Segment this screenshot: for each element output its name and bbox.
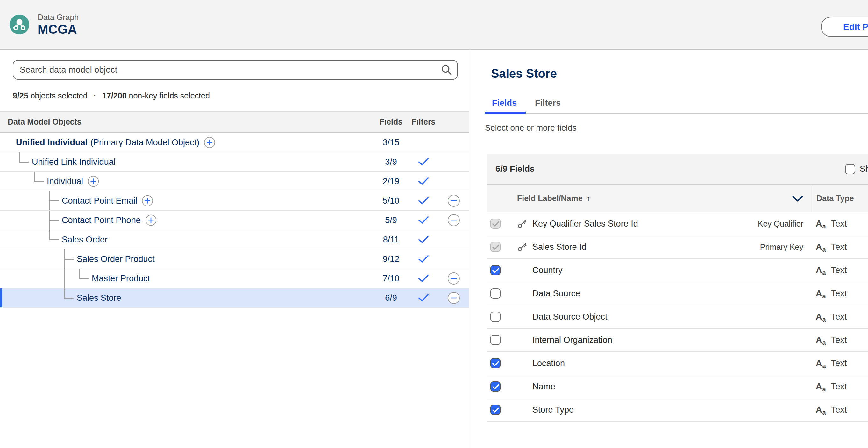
field-label: Data Source — [532, 282, 580, 305]
remove-object-button[interactable] — [447, 214, 460, 227]
column-header-filters: Filters — [409, 112, 438, 132]
text-type-icon: Aa — [816, 305, 826, 329]
add-related-object-button[interactable] — [204, 137, 215, 148]
field-checkbox[interactable] — [490, 311, 500, 322]
tab-filters[interactable]: Filters — [535, 98, 561, 108]
field-row: Data Source Aa Text — [487, 282, 868, 305]
filter-check-icon — [411, 274, 436, 283]
object-label: Master Product — [92, 274, 150, 283]
data-model-object-row[interactable]: Contact Point Email 5/10 — [0, 191, 469, 211]
fields-card: 6/9 Fields Sh Field Label/Name↑ Data Typ… — [487, 154, 868, 422]
object-label: Contact Point Email — [62, 196, 137, 206]
filter-check-icon — [411, 157, 436, 167]
field-checkbox[interactable] — [490, 381, 500, 392]
object-label: Sales Order Product — [77, 254, 155, 264]
detail-panel-title: Sales Store — [491, 67, 557, 81]
edit-properties-button[interactable]: Edit Prope — [821, 17, 868, 37]
field-label: Name — [532, 375, 555, 398]
field-checkbox[interactable] — [490, 335, 500, 345]
data-type-value: Text — [831, 259, 847, 282]
objects-selected-count: 9/25 — [13, 91, 28, 100]
show-selected-checkbox[interactable] — [845, 164, 855, 174]
column-header-data-type: Data Type — [816, 185, 854, 212]
field-label: Location — [532, 352, 565, 375]
text-type-icon: Aa — [816, 212, 826, 236]
filter-check-icon — [411, 177, 436, 186]
field-label: Key Qualifier Sales Store Id — [532, 212, 638, 235]
field-checkbox[interactable] — [490, 242, 500, 252]
field-row: Key Qualifier Sales Store Id Key Qualifi… — [487, 212, 868, 236]
object-detail-panel: Sales Store Fields Filters Select one or… — [469, 50, 868, 448]
fields-selected-count: 17/200 — [102, 91, 126, 100]
data-model-object-row[interactable]: Sales Store 6/9 — [0, 288, 469, 308]
fields-count: 7/10 — [370, 269, 412, 288]
field-checkbox[interactable] — [490, 358, 500, 368]
add-related-object-button[interactable] — [145, 214, 157, 226]
text-type-icon: Aa — [816, 375, 826, 399]
field-row: Internal Organization Aa Text — [487, 329, 868, 352]
data-graph-network-icon — [9, 14, 29, 34]
text-type-icon: Aa — [816, 259, 826, 283]
field-checkbox[interactable] — [490, 405, 500, 415]
data-type-value: Text — [831, 236, 847, 259]
object-label: Unified Link Individual — [32, 157, 116, 167]
data-model-object-row[interactable]: Sales Order 8/11 — [0, 230, 469, 249]
text-type-icon: Aa — [816, 329, 826, 353]
data-model-object-row[interactable]: Individual 2/19 — [0, 172, 469, 191]
filter-check-icon — [411, 255, 436, 264]
field-checkbox[interactable] — [490, 288, 500, 299]
column-menu-chevron-down-icon[interactable] — [792, 195, 803, 202]
field-label: Internal Organization — [532, 329, 612, 352]
field-row: Store Type Aa Text — [487, 398, 868, 422]
remove-object-button[interactable] — [447, 292, 460, 304]
field-checkbox[interactable] — [490, 218, 500, 229]
text-type-icon: Aa — [816, 398, 826, 422]
data-type-value: Text — [831, 398, 847, 421]
active-tab-underline — [485, 112, 526, 114]
fields-count: 5/10 — [370, 191, 412, 211]
field-rows: Key Qualifier Sales Store Id Key Qualifi… — [487, 212, 868, 422]
field-row: Location Aa Text — [487, 352, 868, 375]
data-type-value: Text — [831, 329, 847, 352]
page-title: MCGA — [38, 22, 77, 37]
add-related-object-button[interactable] — [88, 176, 99, 187]
app-type-label: Data Graph — [38, 13, 79, 22]
text-type-icon: Aa — [816, 282, 826, 306]
app-header: Data Graph MCGA Edit Prope — [0, 0, 868, 50]
fields-count: 2/19 — [370, 172, 412, 191]
search-input[interactable] — [13, 60, 458, 80]
tab-bar-border — [485, 113, 868, 114]
data-model-objects-panel: 9/25 objects selected · 17/200 non-key f… — [0, 50, 469, 448]
remove-object-button[interactable] — [447, 272, 460, 285]
field-checkbox[interactable] — [490, 265, 500, 275]
data-type-value: Text — [831, 305, 847, 328]
key-type-badge: Key Qualifier — [693, 212, 803, 235]
search-icon — [440, 63, 453, 78]
data-model-object-row[interactable]: Master Product 7/10 — [0, 269, 469, 288]
field-label: Store Type — [532, 398, 574, 421]
data-model-object-row[interactable]: Sales Order Product 9/12 — [0, 249, 469, 269]
fields-selected-text: non-key fields selected — [129, 91, 210, 100]
data-model-object-row[interactable]: Contact Point Phone 5/9 — [0, 211, 469, 230]
fields-card-header: 6/9 Fields Sh — [487, 154, 868, 185]
fields-count: 8/11 — [370, 230, 412, 249]
data-type-value: Text — [831, 282, 847, 305]
objects-selected-text: objects selected — [31, 91, 88, 100]
filter-check-icon — [411, 235, 436, 245]
fields-count: 6/9 — [370, 288, 412, 308]
fields-count: 3/9 — [370, 152, 412, 172]
column-header-field-label-name[interactable]: Field Label/Name↑ — [517, 185, 590, 212]
filter-check-icon — [411, 196, 436, 206]
remove-object-button[interactable] — [447, 195, 460, 207]
data-model-object-row[interactable]: Unified Individual (Primary Data Model O… — [0, 133, 469, 152]
text-type-icon: Aa — [816, 352, 826, 376]
data-model-object-row[interactable]: Unified Link Individual 3/9 — [0, 152, 469, 172]
data-model-rows: Unified Individual (Primary Data Model O… — [0, 133, 469, 308]
filter-check-icon — [411, 216, 436, 225]
object-label-suffix: (Primary Data Model Object) — [90, 138, 199, 148]
tab-fields[interactable]: Fields — [492, 98, 517, 108]
fields-count: 9/12 — [370, 249, 412, 269]
add-related-object-button[interactable] — [142, 195, 153, 207]
key-icon — [517, 218, 528, 230]
summary-separator: · — [94, 91, 96, 100]
